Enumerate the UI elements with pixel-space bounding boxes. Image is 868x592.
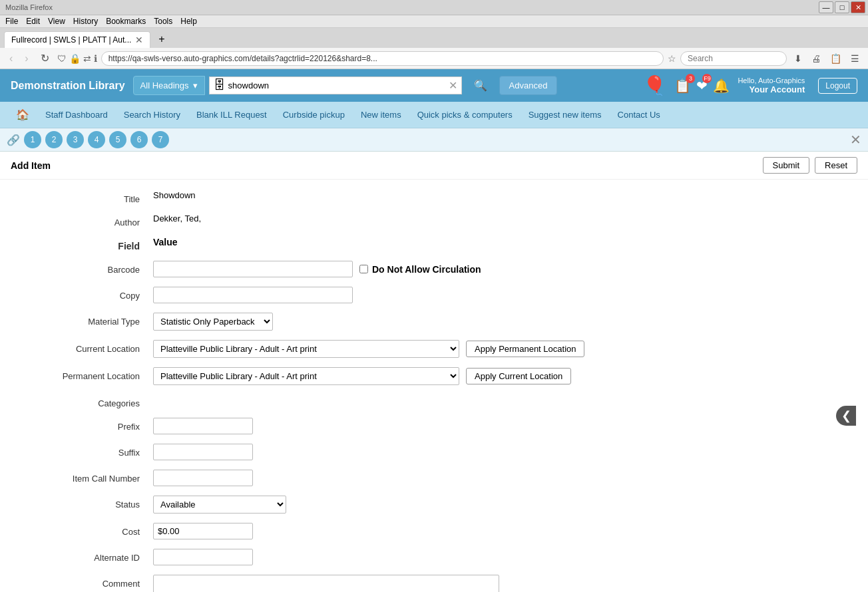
menu-history[interactable]: History: [73, 17, 98, 26]
heart-icon-button[interactable]: ❤ F9: [696, 78, 708, 94]
search-go-button[interactable]: 🔍: [466, 74, 495, 96]
item-call-number-value-area: [153, 470, 619, 486]
menu-view[interactable]: View: [48, 17, 65, 26]
form-section: Title Showdown Author Dekker, Ted, Field…: [20, 190, 619, 592]
nav-new-items[interactable]: New items: [353, 103, 409, 126]
browser-top-bar: Mozilla Firefox — □ ✕: [0, 0, 868, 15]
right-arrow-button[interactable]: ❮: [836, 406, 856, 426]
prefix-input[interactable]: [153, 418, 253, 434]
menu-file[interactable]: File: [5, 17, 18, 26]
barcode-value-area: Do Not Allow Circulation: [153, 261, 619, 277]
comment-label: Comment: [20, 575, 153, 589]
reset-button[interactable]: Reset: [815, 157, 857, 174]
do-not-allow-checkbox[interactable]: [359, 265, 368, 273]
current-location-row: Current Location Platteville Public Libr…: [20, 340, 619, 358]
cost-input[interactable]: [153, 523, 253, 539]
comment-value-area: [153, 575, 619, 592]
alternate-id-input[interactable]: [153, 549, 253, 565]
menu-help[interactable]: Help: [180, 17, 197, 26]
shield-icon: 🛡: [57, 53, 67, 64]
reload-button[interactable]: ↻: [37, 51, 53, 66]
pocket-button[interactable]: 📋: [827, 52, 845, 65]
title-label: Title: [20, 190, 153, 204]
browser-search-input[interactable]: [680, 51, 787, 66]
search-input[interactable]: [226, 77, 449, 94]
nav-contact-us[interactable]: Contact Us: [610, 103, 668, 126]
material-type-label: Material Type: [20, 313, 153, 327]
copy-input[interactable]: [153, 287, 353, 303]
clear-search-icon[interactable]: ✕: [449, 79, 457, 92]
apply-permanent-location-button[interactable]: Apply Permanent Location: [466, 341, 584, 357]
page-5-button[interactable]: 5: [109, 131, 126, 148]
page-7-button[interactable]: 7: [152, 131, 169, 148]
author-label: Author: [20, 214, 153, 227]
barcode-input[interactable]: [153, 261, 353, 277]
page-3-button[interactable]: 3: [67, 131, 84, 148]
comment-row: Comment: [20, 575, 619, 592]
apply-current-location-button[interactable]: Apply Current Location: [466, 368, 571, 384]
suffix-row: Suffix: [20, 444, 619, 460]
nav-search-history[interactable]: Search History: [116, 103, 188, 126]
nav-staff-dashboard[interactable]: Staff Dashboard: [37, 103, 116, 126]
downloads-button[interactable]: ⬇: [791, 52, 805, 65]
prefix-value-area: [153, 418, 619, 434]
current-location-select[interactable]: Platteville Public Library - Adult - Art…: [153, 340, 459, 358]
form-header: Add Item Submit Reset: [0, 152, 868, 180]
copy-row: Copy: [20, 287, 619, 303]
user-area: Hello, Auto-Graphics Your Account: [738, 76, 805, 94]
suffix-input[interactable]: [153, 444, 253, 460]
menu-edit[interactable]: Edit: [26, 17, 40, 26]
page-6-button[interactable]: 6: [130, 131, 148, 148]
material-type-select[interactable]: Statistic Only Paperback Paperback Hardc…: [153, 313, 273, 331]
status-select[interactable]: Available Checked Out On Hold Lost: [153, 496, 286, 514]
list-icon-button[interactable]: 📋 3: [674, 78, 691, 94]
nav-quick-picks[interactable]: Quick picks & computers: [409, 103, 521, 126]
nav-home[interactable]: 🏠: [8, 102, 37, 128]
item-call-number-input[interactable]: [153, 470, 253, 486]
page-2-button[interactable]: 2: [45, 131, 63, 148]
maximize-button[interactable]: □: [835, 1, 849, 13]
nav-suggest-new-items[interactable]: Suggest new items: [521, 103, 610, 126]
menu-bookmarks[interactable]: Bookmarks: [106, 17, 146, 26]
database-icon: 🗄: [214, 78, 226, 92]
url-input[interactable]: [101, 51, 664, 66]
close-button[interactable]: ✕: [851, 1, 865, 13]
header-icons: 🎈 📋 3 ❤ F9 🔔 Hello, Auto-Graphics Your A…: [643, 74, 857, 96]
suffix-label: Suffix: [20, 444, 153, 458]
logout-button[interactable]: Logout: [818, 78, 857, 94]
home-icon: 🏠: [16, 108, 29, 121]
library-name: Demonstration Library: [11, 80, 125, 92]
bookmark-star-icon[interactable]: ☆: [668, 53, 676, 64]
active-tab[interactable]: Fullrecord | SWLS | PLATT | Aut... ✕: [4, 31, 150, 48]
menu-tools[interactable]: Tools: [154, 17, 172, 26]
menu-button[interactable]: ☰: [847, 52, 863, 65]
new-tab-button[interactable]: +: [153, 31, 170, 48]
search-type-dropdown[interactable]: All Headings ▾: [133, 76, 205, 95]
advanced-button[interactable]: Advanced: [499, 76, 558, 95]
categories-row: Categories: [20, 394, 619, 408]
cost-label: Cost: [20, 523, 153, 537]
forward-button[interactable]: ›: [21, 51, 32, 66]
nav-curbside-pickup[interactable]: Curbside pickup: [275, 103, 353, 126]
sharing-icon: ⇄: [83, 53, 91, 64]
form-scroll-container[interactable]: Title Showdown Author Dekker, Ted, Field…: [0, 180, 868, 592]
categories-label: Categories: [20, 394, 153, 408]
close-breadcrumb-button[interactable]: ✕: [850, 132, 861, 148]
page-1-button[interactable]: 1: [24, 131, 41, 148]
nav-blank-ill-request[interactable]: Blank ILL Request: [188, 103, 275, 126]
field-header-row: Field Value: [20, 237, 619, 251]
your-account-link[interactable]: Your Account: [738, 84, 805, 94]
address-bar: ‹ › ↻ 🛡 🔒 ⇄ ℹ ☆ ⬇ 🖨 📋 ☰: [0, 48, 868, 69]
bell-icon-button[interactable]: 🔔: [713, 78, 730, 94]
window-controls: — □ ✕: [819, 1, 865, 13]
back-button[interactable]: ‹: [5, 51, 17, 66]
minimize-button[interactable]: —: [819, 1, 833, 13]
tab-close-button[interactable]: ✕: [135, 35, 143, 45]
page-4-button[interactable]: 4: [88, 131, 105, 148]
link-icon[interactable]: 🔗: [7, 134, 20, 146]
form-action-buttons: Submit Reset: [763, 157, 857, 174]
print-button[interactable]: 🖨: [808, 52, 824, 65]
submit-button[interactable]: Submit: [763, 157, 809, 174]
permanent-location-select[interactable]: Platteville Public Library - Adult - Art…: [153, 367, 459, 385]
comment-textarea[interactable]: [153, 575, 499, 592]
